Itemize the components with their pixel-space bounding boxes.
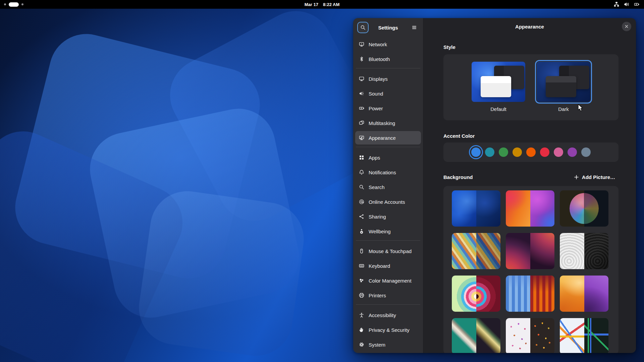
sidebar-item-sound[interactable]: Sound [355, 87, 421, 100]
thumbnail-light-half [452, 318, 476, 353]
system-tray[interactable] [613, 0, 639, 9]
system-icon [359, 342, 364, 348]
sidebar-item-label: Mouse & Touchpad [369, 248, 412, 254]
sidebar-item-apps[interactable]: Apps [355, 151, 421, 164]
accent-color-green[interactable] [499, 147, 508, 157]
add-picture-button[interactable]: Add Picture… [570, 173, 619, 182]
thumbnail-light-half [560, 190, 584, 227]
accent-color-yellow[interactable] [513, 147, 522, 157]
content-headerbar: Appearance [423, 18, 636, 35]
thumbnail-light-half [452, 276, 476, 312]
printers-icon [359, 293, 364, 298]
sidebar-item-wellbeing[interactable]: Wellbeing [355, 225, 421, 238]
sidebar-item-label: Notifications [369, 170, 396, 175]
thumbnail-light-half [560, 233, 584, 269]
accent-color-teal[interactable] [485, 147, 494, 157]
background-thumbnail-sphere-cluster[interactable] [560, 190, 608, 227]
power-icon [359, 106, 364, 111]
sidebar-item-mouse-touchpad[interactable]: Mouse & Touchpad [355, 244, 421, 258]
style-thumb-dark [537, 62, 590, 102]
accent-color-purple[interactable] [568, 147, 577, 157]
background-thumbnail-red-purple-gradient[interactable] [506, 190, 554, 227]
accent-color-slate[interactable] [581, 147, 591, 157]
sidebar-item-system[interactable]: System [355, 338, 421, 351]
wallpaper-shape [134, 186, 309, 361]
thumbnail-light-half [506, 190, 530, 227]
sidebar-nav: NetworkBluetoothDisplaysSoundPowerMultit… [353, 37, 423, 353]
background-thumbnail-confetti-icons[interactable] [506, 318, 554, 353]
sidebar-item-search[interactable]: Search [355, 180, 421, 194]
background-thumbnail-concentric-lines[interactable] [560, 233, 608, 269]
sidebar-item-online-accounts[interactable]: Online Accounts [355, 195, 421, 208]
sidebar-headerbar: Settings [353, 18, 423, 37]
sidebar-item-label: Color Management [369, 278, 412, 284]
sidebar-item-power[interactable]: Power [355, 102, 421, 115]
background-thumbnail-pixel-drips[interactable] [506, 276, 554, 312]
sidebar-item-privacy-security[interactable]: Privacy & Security [355, 323, 421, 337]
sidebar-item-label: Privacy & Security [369, 327, 410, 333]
close-button[interactable] [622, 22, 631, 31]
accessibility-icon [359, 312, 364, 318]
accent-color-red[interactable] [540, 147, 549, 157]
sidebar-item-displays[interactable]: Displays [355, 72, 421, 85]
sidebar-item-notifications[interactable]: Notifications [355, 166, 421, 179]
thumbnail-dark-half [530, 318, 555, 353]
clock-button[interactable]: Mar 17 8:22 AM [0, 0, 644, 9]
mouse-cursor [578, 104, 585, 112]
sidebar-item-network[interactable]: Network [355, 38, 421, 51]
sidebar-item-keyboard[interactable]: Keyboard [355, 259, 421, 273]
power-icon [634, 2, 639, 7]
accent-color-pink[interactable] [554, 147, 563, 157]
search-icon [359, 184, 364, 190]
sidebar-item-label: Sharing [369, 214, 386, 220]
thumbnail-light-half [506, 233, 530, 269]
sidebar-item-sharing[interactable]: Sharing [355, 210, 421, 223]
settings-sidebar: Settings NetworkBluetoothDisplaysSoundPo… [353, 18, 423, 353]
sidebar-item-multitasking[interactable]: Multitasking [355, 116, 421, 130]
background-thumbnail-blue-abstract[interactable] [452, 190, 500, 227]
background-thumbnail-dark-waves[interactable] [506, 233, 554, 269]
background-thumbnail-diagonal-stripes[interactable] [452, 233, 500, 269]
bluetooth-icon [359, 56, 364, 62]
background-thumbnail-teal-swoosh[interactable] [452, 318, 500, 353]
add-picture-label: Add Picture… [582, 174, 615, 180]
thumbnail-dark-half [584, 318, 609, 353]
sidebar-item-label: Wellbeing [369, 229, 391, 234]
style-option-label: Dark [558, 106, 569, 112]
mini-window-front [481, 76, 511, 97]
thumbnail-light-half [452, 190, 476, 227]
sidebar-item-label: Printers [369, 293, 386, 298]
sidebar-separator [356, 68, 420, 68]
sidebar-item-color-management[interactable]: Color Management [355, 274, 421, 287]
sharing-icon [359, 214, 364, 220]
sidebar-item-appearance[interactable]: Appearance [355, 131, 421, 144]
close-icon [624, 24, 630, 29]
settings-content: Appearance Style Default [423, 18, 636, 353]
sidebar-item-printers[interactable]: Printers [355, 289, 421, 302]
clock-time: 8:22 AM [323, 2, 339, 7]
hamburger-menu-icon [412, 25, 417, 31]
sidebar-item-accessibility[interactable]: Accessibility [355, 308, 421, 322]
main-menu-button[interactable] [409, 22, 420, 33]
background-thumbnail-metro-map[interactable] [560, 318, 608, 353]
accent-color-card [443, 142, 619, 162]
style-thumb-frame-selected [535, 60, 592, 104]
sidebar-item-label: Bluetooth [369, 56, 390, 62]
background-thumbnail-silk-orange-purple[interactable] [560, 276, 608, 312]
background-thumbnail-rainbow-rings[interactable] [452, 276, 500, 312]
sidebar-separator [356, 240, 420, 241]
thumbnail-dark-half [530, 276, 555, 312]
style-option-default[interactable]: Default [470, 60, 527, 120]
multitasking-icon [359, 120, 364, 126]
notifications-icon [359, 170, 364, 175]
accent-color-blue[interactable] [471, 147, 481, 157]
sidebar-item-label: Network [369, 42, 387, 47]
color-management-icon [359, 278, 364, 284]
sound-icon [359, 91, 364, 97]
thumbnail-dark-half [530, 190, 555, 227]
style-card: Default Dark [443, 54, 619, 120]
accent-color-orange[interactable] [526, 147, 536, 157]
apps-icon [359, 155, 364, 161]
thumbnail-dark-half [584, 233, 609, 269]
sidebar-item-bluetooth[interactable]: Bluetooth [355, 52, 421, 66]
